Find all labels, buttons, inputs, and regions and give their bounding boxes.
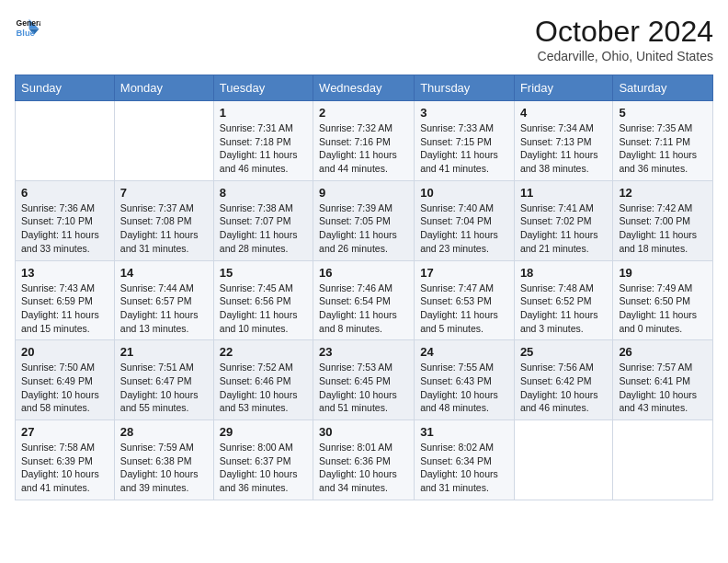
day-number: 3 [420, 106, 508, 120]
day-number: 29 [220, 425, 307, 439]
day-number: 2 [319, 106, 408, 120]
day-number: 21 [120, 345, 208, 359]
day-number: 10 [420, 186, 508, 200]
day-info: Sunrise: 7:53 AMSunset: 6:45 PMDaylight:… [319, 361, 408, 415]
day-info: Sunrise: 7:36 AMSunset: 7:10 PMDaylight:… [21, 201, 108, 256]
day-cell: 15Sunrise: 7:45 AMSunset: 6:56 PMDayligh… [213, 260, 313, 340]
day-number: 1 [220, 106, 307, 120]
day-cell: 24Sunrise: 7:55 AMSunset: 6:43 PMDayligh… [415, 340, 515, 420]
day-cell: 20Sunrise: 7:50 AMSunset: 6:49 PMDayligh… [16, 340, 115, 420]
day-info: Sunrise: 7:58 AMSunset: 6:39 PMDaylight:… [21, 441, 108, 495]
weekday-header-wednesday: Wednesday [313, 75, 415, 101]
day-number: 13 [21, 266, 108, 280]
day-cell: 23Sunrise: 7:53 AMSunset: 6:45 PMDayligh… [313, 340, 415, 420]
day-cell: 2Sunrise: 7:32 AMSunset: 7:16 PMDaylight… [313, 101, 415, 181]
weekday-header-sunday: Sunday [16, 75, 115, 101]
day-cell: 5Sunrise: 7:35 AMSunset: 7:11 PMDaylight… [613, 101, 713, 181]
day-cell: 18Sunrise: 7:48 AMSunset: 6:52 PMDayligh… [514, 260, 613, 340]
day-info: Sunrise: 7:31 AMSunset: 7:18 PMDaylight:… [220, 121, 307, 176]
day-cell: 6Sunrise: 7:36 AMSunset: 7:10 PMDaylight… [16, 180, 115, 260]
day-info: Sunrise: 7:45 AMSunset: 6:56 PMDaylight:… [220, 282, 307, 336]
day-cell: 7Sunrise: 7:37 AMSunset: 7:08 PMDaylight… [114, 180, 213, 260]
title-block: October 2024 Cedarville, Ohio, United St… [535, 15, 713, 63]
day-cell: 12Sunrise: 7:42 AMSunset: 7:00 PMDayligh… [613, 180, 713, 260]
day-info: Sunrise: 7:55 AMSunset: 6:43 PMDaylight:… [420, 361, 508, 415]
day-info: Sunrise: 7:41 AMSunset: 7:02 PMDaylight:… [520, 201, 608, 256]
day-number: 27 [21, 425, 108, 439]
day-cell: 9Sunrise: 7:39 AMSunset: 7:05 PMDaylight… [313, 180, 415, 260]
svg-text:General: General [17, 18, 40, 28]
day-cell: 8Sunrise: 7:38 AMSunset: 7:07 PMDaylight… [213, 180, 313, 260]
day-cell: 21Sunrise: 7:51 AMSunset: 6:47 PMDayligh… [114, 340, 213, 420]
day-number: 8 [220, 186, 307, 200]
weekday-header-thursday: Thursday [415, 75, 515, 101]
month-title: October 2024 [535, 15, 713, 49]
svg-text:Blue: Blue [17, 29, 35, 38]
day-number: 30 [319, 425, 408, 439]
day-cell: 4Sunrise: 7:34 AMSunset: 7:13 PMDaylight… [514, 101, 613, 181]
week-row-5: 27Sunrise: 7:58 AMSunset: 6:39 PMDayligh… [16, 420, 713, 500]
day-info: Sunrise: 7:56 AMSunset: 6:42 PMDaylight:… [520, 361, 608, 415]
day-info: Sunrise: 7:37 AMSunset: 7:08 PMDaylight:… [120, 201, 208, 256]
day-number: 11 [520, 186, 608, 200]
day-info: Sunrise: 7:33 AMSunset: 7:15 PMDaylight:… [420, 121, 508, 176]
weekday-header-monday: Monday [114, 75, 213, 101]
day-info: Sunrise: 7:59 AMSunset: 6:38 PMDaylight:… [120, 441, 208, 495]
calendar-table: SundayMondayTuesdayWednesdayThursdayFrid… [15, 75, 713, 500]
day-info: Sunrise: 8:01 AMSunset: 6:36 PMDaylight:… [319, 441, 408, 495]
day-cell: 13Sunrise: 7:43 AMSunset: 6:59 PMDayligh… [16, 260, 115, 340]
day-number: 23 [319, 345, 408, 359]
day-info: Sunrise: 7:42 AMSunset: 7:00 PMDaylight:… [619, 201, 707, 256]
day-number: 16 [319, 266, 408, 280]
week-row-4: 20Sunrise: 7:50 AMSunset: 6:49 PMDayligh… [16, 340, 713, 420]
day-info: Sunrise: 7:51 AMSunset: 6:47 PMDaylight:… [120, 361, 208, 415]
day-info: Sunrise: 7:38 AMSunset: 7:07 PMDaylight:… [220, 201, 307, 256]
day-cell: 30Sunrise: 8:01 AMSunset: 6:36 PMDayligh… [313, 420, 415, 500]
day-info: Sunrise: 7:57 AMSunset: 6:41 PMDaylight:… [619, 361, 707, 415]
day-info: Sunrise: 7:40 AMSunset: 7:04 PMDaylight:… [420, 201, 508, 256]
weekday-header-tuesday: Tuesday [213, 75, 313, 101]
day-number: 5 [619, 106, 707, 120]
location: Cedarville, Ohio, United States [535, 49, 713, 63]
day-info: Sunrise: 7:32 AMSunset: 7:16 PMDaylight:… [319, 121, 408, 176]
day-info: Sunrise: 7:35 AMSunset: 7:11 PMDaylight:… [619, 121, 707, 176]
day-info: Sunrise: 7:34 AMSunset: 7:13 PMDaylight:… [520, 121, 608, 176]
day-cell: 17Sunrise: 7:47 AMSunset: 6:53 PMDayligh… [415, 260, 515, 340]
day-number: 20 [21, 345, 108, 359]
day-number: 9 [319, 186, 408, 200]
day-number: 18 [520, 266, 608, 280]
day-number: 26 [619, 345, 707, 359]
day-cell: 26Sunrise: 7:57 AMSunset: 6:41 PMDayligh… [613, 340, 713, 420]
day-cell [514, 420, 613, 500]
day-number: 28 [120, 425, 208, 439]
day-number: 25 [520, 345, 608, 359]
week-row-3: 13Sunrise: 7:43 AMSunset: 6:59 PMDayligh… [16, 260, 713, 340]
day-cell: 10Sunrise: 7:40 AMSunset: 7:04 PMDayligh… [415, 180, 515, 260]
day-cell: 14Sunrise: 7:44 AMSunset: 6:57 PMDayligh… [114, 260, 213, 340]
day-cell: 22Sunrise: 7:52 AMSunset: 6:46 PMDayligh… [213, 340, 313, 420]
logo-icon: General Blue [15, 15, 40, 40]
day-number: 22 [220, 345, 307, 359]
day-info: Sunrise: 7:44 AMSunset: 6:57 PMDaylight:… [120, 282, 208, 336]
day-cell [16, 101, 115, 181]
day-info: Sunrise: 7:52 AMSunset: 6:46 PMDaylight:… [220, 361, 307, 415]
day-number: 24 [420, 345, 508, 359]
day-number: 14 [120, 266, 208, 280]
day-cell [114, 101, 213, 181]
weekday-header-friday: Friday [514, 75, 613, 101]
week-row-2: 6Sunrise: 7:36 AMSunset: 7:10 PMDaylight… [16, 180, 713, 260]
day-number: 17 [420, 266, 508, 280]
weekday-header-saturday: Saturday [613, 75, 713, 101]
day-cell: 25Sunrise: 7:56 AMSunset: 6:42 PMDayligh… [514, 340, 613, 420]
day-cell: 27Sunrise: 7:58 AMSunset: 6:39 PMDayligh… [16, 420, 115, 500]
day-info: Sunrise: 7:49 AMSunset: 6:50 PMDaylight:… [619, 282, 707, 336]
day-info: Sunrise: 8:00 AMSunset: 6:37 PMDaylight:… [220, 441, 307, 495]
day-cell: 11Sunrise: 7:41 AMSunset: 7:02 PMDayligh… [514, 180, 613, 260]
day-cell: 3Sunrise: 7:33 AMSunset: 7:15 PMDaylight… [415, 101, 515, 181]
page-header: General Blue October 2024 Cedarville, Oh… [15, 15, 713, 63]
day-number: 6 [21, 186, 108, 200]
day-info: Sunrise: 8:02 AMSunset: 6:34 PMDaylight:… [420, 441, 508, 495]
day-cell: 31Sunrise: 8:02 AMSunset: 6:34 PMDayligh… [415, 420, 515, 500]
day-cell: 16Sunrise: 7:46 AMSunset: 6:54 PMDayligh… [313, 260, 415, 340]
day-number: 15 [220, 266, 307, 280]
